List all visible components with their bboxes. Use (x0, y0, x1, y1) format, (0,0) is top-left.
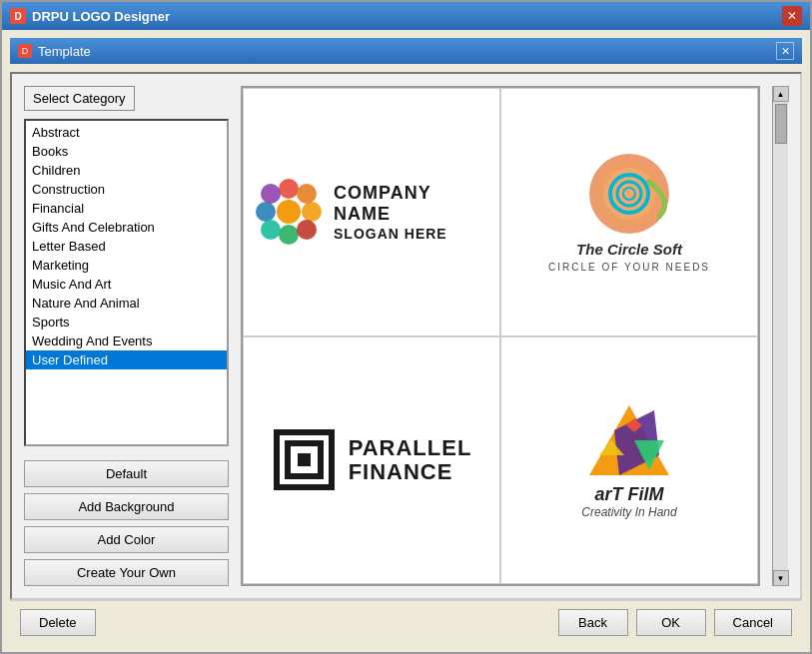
add-color-button[interactable]: Add Color (24, 526, 229, 553)
dialog-close-button[interactable]: ✕ (776, 42, 794, 60)
app-title: DRPU LOGO Designer (32, 9, 170, 24)
ok-button[interactable]: OK (636, 609, 706, 636)
logo2-name: The Circle Soft (576, 241, 682, 258)
category-music[interactable]: Music And Art (26, 275, 227, 294)
bottom-bar: Delete Back OK Cancel (10, 600, 802, 644)
logo3-name2: FINANCE (349, 460, 472, 484)
logo4-icon (584, 400, 674, 480)
svg-point-8 (297, 220, 317, 240)
logo4-name: arT FilM (581, 484, 676, 505)
logo2-icon (579, 152, 679, 237)
category-wedding[interactable]: Wedding And Events (26, 331, 227, 350)
svg-rect-18 (298, 453, 311, 466)
dialog-title-bar: D Template ✕ (10, 38, 802, 64)
main-window: D DRPU LOGO Designer ✕ D Template ✕ Sele… (0, 0, 812, 654)
svg-point-4 (302, 202, 322, 222)
scroll-up[interactable]: ▲ (773, 86, 789, 102)
category-user[interactable]: User Defined (26, 350, 227, 369)
svg-point-2 (279, 225, 299, 245)
svg-point-6 (297, 184, 317, 204)
cancel-button[interactable]: Cancel (714, 609, 792, 636)
create-own-button[interactable]: Create Your Own (24, 559, 229, 586)
category-marketing[interactable]: Marketing (26, 256, 227, 275)
logo2: The Circle Soft CIRCLE OF YOUR NEEDS (548, 152, 710, 273)
category-financial[interactable]: Financial (26, 199, 227, 218)
category-nature[interactable]: Nature And Animal (26, 294, 227, 313)
left-panel: Select Category Abstract Books Children … (24, 86, 229, 586)
logo-cell-4[interactable]: arT FilM Creativity In Hand (500, 336, 758, 585)
logo-cell-1[interactable]: COMPANY NAME SLOGAN HERE (243, 88, 500, 336)
category-books[interactable]: Books (26, 142, 227, 161)
scroll-thumb[interactable] (775, 104, 787, 144)
category-sports[interactable]: Sports (26, 313, 227, 331)
logo1-icon (254, 177, 324, 247)
category-construction[interactable]: Construction (26, 180, 227, 199)
close-button[interactable]: ✕ (782, 6, 802, 26)
select-category-label: Select Category (24, 86, 229, 111)
logo4: arT FilM Creativity In Hand (581, 400, 676, 519)
title-bar: D DRPU LOGO Designer ✕ (2, 2, 810, 30)
back-button[interactable]: Back (558, 609, 628, 636)
category-children[interactable]: Children (26, 161, 227, 180)
logo3-icon (272, 427, 337, 492)
logo1-company: COMPANY NAME (334, 183, 489, 226)
category-gifts[interactable]: Gifts And Celebration (26, 218, 227, 237)
logo-cell-2[interactable]: The Circle Soft CIRCLE OF YOUR NEEDS (500, 88, 758, 336)
svg-point-5 (261, 184, 281, 204)
svg-point-7 (261, 220, 281, 240)
scrollbar[interactable]: ▲ ▼ (772, 86, 788, 586)
logo1: COMPANY NAME SLOGAN HERE (254, 177, 489, 247)
logo3-name: PARALLEL (349, 436, 472, 460)
app-icon: D (10, 8, 26, 24)
category-abstract[interactable]: Abstract (26, 123, 227, 142)
logo-cell-3[interactable]: PARALLEL FINANCE (243, 336, 500, 585)
svg-point-9 (277, 200, 301, 224)
logo4-sub: Creativity In Hand (581, 505, 676, 519)
dialog-icon: D (18, 44, 32, 58)
default-button[interactable]: Default (24, 460, 229, 487)
delete-button[interactable]: Delete (20, 609, 96, 636)
svg-point-1 (279, 179, 299, 199)
add-background-button[interactable]: Add Background (24, 493, 229, 520)
dialog-title: Template (38, 44, 91, 59)
logo2-sub: CIRCLE OF YOUR NEEDS (548, 262, 710, 273)
scroll-down[interactable]: ▼ (773, 570, 789, 586)
svg-point-3 (256, 202, 276, 222)
category-list[interactable]: Abstract Books Children Construction Fin… (24, 119, 229, 446)
logo1-slogan: SLOGAN HERE (334, 226, 489, 242)
logo3: PARALLEL FINANCE (272, 427, 472, 492)
logo-grid: COMPANY NAME SLOGAN HERE (241, 86, 760, 586)
category-letter[interactable]: Letter Based (26, 237, 227, 256)
action-buttons: Default Add Background Add Color Create … (24, 460, 229, 586)
